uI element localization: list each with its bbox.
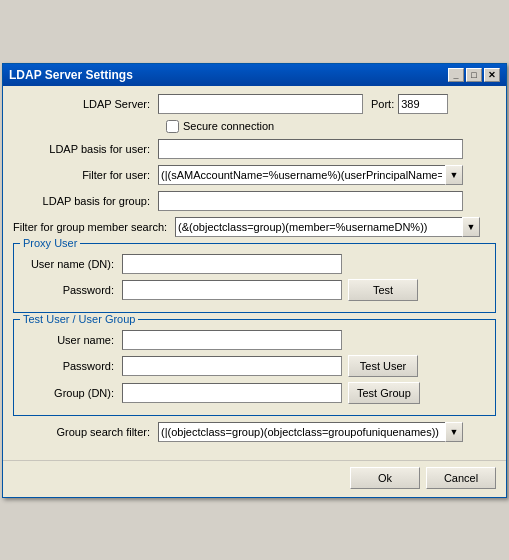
cancel-button[interactable]: Cancel — [426, 467, 496, 489]
group-search-label: Group search filter: — [13, 426, 158, 438]
filter-group-select[interactable]: (&(objectclass=group)(member=%usernameDN… — [175, 217, 480, 237]
test-user-section: Test User / User Group User name: Passwo… — [13, 319, 496, 416]
secure-connection-checkbox[interactable] — [166, 120, 179, 133]
test-user-content: User name: Password: Test User Group (DN… — [22, 330, 487, 404]
group-search-select[interactable]: (|(objectclass=group)(objectclass=groupo… — [158, 422, 463, 442]
group-search-combo-wrapper: (|(objectclass=group)(objectclass=groupo… — [158, 422, 463, 442]
bottom-buttons: Ok Cancel — [3, 460, 506, 497]
proxy-password-row: Password: Test — [22, 279, 487, 301]
test-button[interactable]: Test — [348, 279, 418, 301]
ldap-settings-window: LDAP Server Settings _ □ ✕ LDAP Server: … — [2, 63, 507, 498]
ldap-basis-user-row: LDAP basis for user: — [13, 139, 496, 159]
test-username-row: User name: — [22, 330, 487, 350]
ldap-basis-group-label: LDAP basis for group: — [13, 195, 158, 207]
port-input[interactable] — [398, 94, 448, 114]
test-user-button[interactable]: Test User — [348, 355, 418, 377]
maximize-button[interactable]: □ — [466, 68, 482, 82]
ok-button[interactable]: Ok — [350, 467, 420, 489]
ldap-server-input[interactable] — [158, 94, 363, 114]
test-password-label: Password: — [22, 360, 122, 372]
proxy-user-content: User name (DN): Password: Test — [22, 254, 487, 301]
secure-connection-label: Secure connection — [183, 120, 274, 132]
test-username-label: User name: — [22, 334, 122, 346]
username-dn-label: User name (DN): — [22, 258, 122, 270]
proxy-user-section: Proxy User User name (DN): Password: Tes… — [13, 243, 496, 313]
form-content: LDAP Server: Port: Secure connection LDA… — [3, 86, 506, 456]
filter-group-combo-wrapper: (&(objectclass=group)(member=%usernameDN… — [175, 217, 480, 237]
group-dn-row: Group (DN): Test Group — [22, 382, 487, 404]
test-password-input[interactable] — [122, 356, 342, 376]
filter-user-combo-wrapper: (|(sAMAccountName=%username%)(userPrinci… — [158, 165, 463, 185]
filter-user-select[interactable]: (|(sAMAccountName=%username%)(userPrinci… — [158, 165, 463, 185]
username-dn-input[interactable] — [122, 254, 342, 274]
username-dn-row: User name (DN): — [22, 254, 487, 274]
test-password-row: Password: Test User — [22, 355, 487, 377]
ldap-server-row: LDAP Server: Port: — [13, 94, 496, 114]
group-dn-input[interactable] — [122, 383, 342, 403]
close-button[interactable]: ✕ — [484, 68, 500, 82]
test-username-input[interactable] — [122, 330, 342, 350]
test-group-button[interactable]: Test Group — [348, 382, 420, 404]
filter-group-row: Filter for group member search: (&(objec… — [13, 217, 496, 237]
filter-group-label: Filter for group member search: — [13, 221, 175, 233]
ldap-basis-group-input[interactable] — [158, 191, 463, 211]
group-dn-label: Group (DN): — [22, 387, 122, 399]
ldap-server-label: LDAP Server: — [13, 98, 158, 110]
proxy-password-input[interactable] — [122, 280, 342, 300]
port-label: Port: — [371, 98, 394, 110]
ldap-basis-user-input[interactable] — [158, 139, 463, 159]
proxy-user-title: Proxy User — [20, 237, 80, 249]
secure-connection-row: Secure connection — [166, 120, 496, 133]
filter-user-row: Filter for user: (|(sAMAccountName=%user… — [13, 165, 496, 185]
window-title: LDAP Server Settings — [9, 68, 133, 82]
test-user-title: Test User / User Group — [20, 313, 138, 325]
filter-user-label: Filter for user: — [13, 169, 158, 181]
ldap-basis-group-row: LDAP basis for group: — [13, 191, 496, 211]
minimize-button[interactable]: _ — [448, 68, 464, 82]
ldap-basis-user-label: LDAP basis for user: — [13, 143, 158, 155]
title-bar: LDAP Server Settings _ □ ✕ — [3, 64, 506, 86]
proxy-password-label: Password: — [22, 284, 122, 296]
group-search-row: Group search filter: (|(objectclass=grou… — [13, 422, 496, 442]
title-bar-buttons: _ □ ✕ — [448, 68, 500, 82]
